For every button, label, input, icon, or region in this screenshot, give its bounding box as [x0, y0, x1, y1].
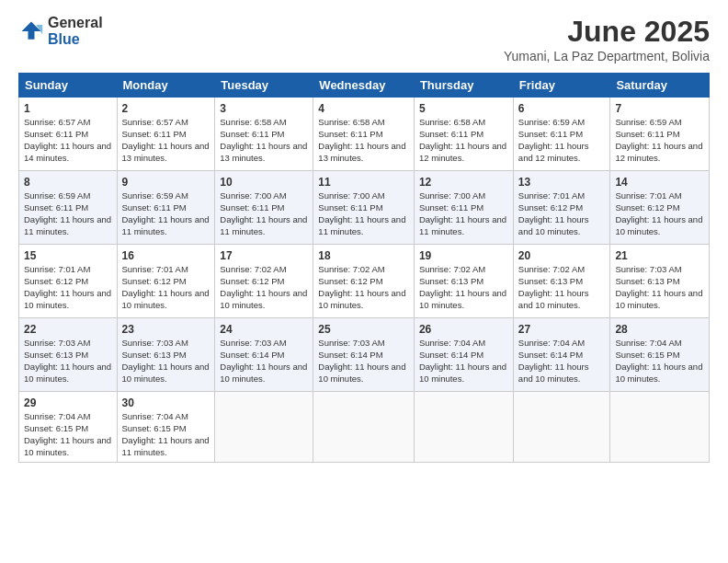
day-number: 17: [220, 248, 308, 263]
sunrise: Sunrise: 6:57 AM: [122, 117, 188, 127]
col-monday: Monday: [117, 74, 215, 98]
day-number: 29: [24, 396, 112, 410]
sunset: Sunset: 6:12 PM: [518, 202, 583, 213]
daylight: Daylight: 11 hours and 14 minutes.: [24, 141, 111, 163]
day-number: 19: [419, 248, 508, 263]
sunrise: Sunrise: 7:03 AM: [220, 338, 286, 348]
sunset: Sunset: 6:12 PM: [615, 202, 679, 213]
daylight: Daylight: 11 hours and 10 minutes.: [24, 435, 111, 457]
daylight: Daylight: 11 hours and 10 minutes.: [615, 362, 702, 384]
table-row: 26 Sunrise: 7:04 AM Sunset: 6:14 PM Dayl…: [414, 318, 513, 392]
table-row: 22 Sunrise: 7:03 AM Sunset: 6:13 PM Dayl…: [19, 318, 710, 392]
day-number: 26: [419, 322, 508, 337]
empty-cell: [215, 392, 313, 463]
logo-icon: [18, 18, 44, 44]
sunset: Sunset: 6:11 PM: [615, 129, 679, 139]
daylight: Daylight: 11 hours and 10 minutes.: [419, 288, 506, 310]
cell-29: 29 Sunrise: 7:04 AM Sunset: 6:15 PM Dayl…: [24, 396, 112, 458]
daylight: Daylight: 11 hours and 11 minutes.: [24, 214, 111, 236]
col-thursday: Thursday: [414, 74, 513, 98]
day-number: 25: [318, 322, 409, 337]
table-row: 17 Sunrise: 7:02 AM Sunset: 6:12 PM Dayl…: [215, 245, 313, 318]
cell-30: 30 Sunrise: 7:04 AM Sunset: 6:15 PM Dayl…: [122, 396, 210, 458]
sunrise: Sunrise: 6:59 AM: [518, 117, 585, 127]
sunset: Sunset: 6:11 PM: [318, 202, 382, 213]
cell-23: 23 Sunrise: 7:03 AM Sunset: 6:13 PM Dayl…: [122, 322, 210, 385]
sunrise: Sunrise: 7:02 AM: [318, 264, 384, 274]
daylight: Daylight: 11 hours and 10 minutes.: [518, 214, 589, 236]
day-number: 16: [122, 248, 210, 263]
sunset: Sunset: 6:13 PM: [122, 350, 187, 360]
cell-25: 25 Sunrise: 7:03 AM Sunset: 6:14 PM Dayl…: [318, 322, 409, 385]
cell-7: 7 Sunrise: 6:59 AM Sunset: 6:11 PM Dayli…: [615, 101, 704, 164]
sunrise: Sunrise: 7:04 AM: [615, 338, 681, 348]
daylight: Daylight: 11 hours and 11 minutes.: [419, 214, 506, 236]
day-number: 9: [122, 175, 210, 190]
table-row: 14 Sunrise: 7:01 AM Sunset: 6:12 PM Dayl…: [610, 171, 710, 245]
table-row: 20 Sunrise: 7:02 AM Sunset: 6:13 PM Dayl…: [513, 245, 610, 318]
day-number: 20: [518, 248, 606, 263]
day-number: 5: [419, 101, 508, 116]
sunrise: Sunrise: 7:04 AM: [518, 338, 585, 348]
sunset: Sunset: 6:12 PM: [318, 276, 382, 286]
sunrise: Sunrise: 6:59 AM: [615, 117, 681, 127]
col-sunday: Sunday: [19, 74, 118, 98]
cell-20: 20 Sunrise: 7:02 AM Sunset: 6:13 PM Dayl…: [518, 248, 606, 311]
day-number: 8: [24, 175, 112, 190]
col-saturday: Saturday: [610, 74, 710, 98]
daylight: Daylight: 11 hours and 10 minutes.: [518, 362, 589, 384]
sunrise: Sunrise: 6:59 AM: [122, 190, 188, 201]
table-row: 24 Sunrise: 7:03 AM Sunset: 6:14 PM Dayl…: [215, 318, 313, 392]
col-tuesday: Tuesday: [215, 74, 313, 98]
table-row: 30 Sunrise: 7:04 AM Sunset: 6:15 PM Dayl…: [117, 392, 215, 463]
cell-12: 12 Sunrise: 7:00 AM Sunset: 6:11 PM Dayl…: [419, 175, 508, 237]
table-row: 22 Sunrise: 7:03 AM Sunset: 6:13 PM Dayl…: [19, 318, 118, 392]
sunrise: Sunrise: 7:01 AM: [615, 190, 681, 201]
day-number: 21: [615, 248, 704, 263]
day-number: 28: [615, 322, 704, 337]
cell-3: 3 Sunrise: 6:58 AM Sunset: 6:11 PM Dayli…: [220, 101, 308, 164]
daylight: Daylight: 11 hours and 10 minutes.: [318, 288, 405, 310]
table-row: 18 Sunrise: 7:02 AM Sunset: 6:12 PM Dayl…: [313, 245, 415, 318]
cell-6: 6 Sunrise: 6:59 AM Sunset: 6:11 PM Dayli…: [518, 101, 606, 164]
day-number: 15: [24, 248, 112, 263]
table-row: 7 Sunrise: 6:59 AM Sunset: 6:11 PM Dayli…: [610, 98, 710, 171]
cell-17: 17 Sunrise: 7:02 AM Sunset: 6:12 PM Dayl…: [220, 248, 308, 311]
day-number: 14: [615, 175, 704, 190]
table-row: 29 Sunrise: 7:04 AM Sunset: 6:15 PM Dayl…: [19, 392, 118, 463]
sunrise: Sunrise: 7:04 AM: [419, 338, 485, 348]
sunset: Sunset: 6:12 PM: [24, 276, 88, 286]
sunrise: Sunrise: 6:59 AM: [24, 190, 90, 201]
sunset: Sunset: 6:11 PM: [419, 202, 483, 213]
sunset: Sunset: 6:14 PM: [518, 350, 583, 360]
cell-13: 13 Sunrise: 7:01 AM Sunset: 6:12 PM Dayl…: [518, 175, 606, 237]
day-number: 7: [615, 101, 704, 116]
daylight: Daylight: 11 hours and 12 minutes.: [615, 141, 702, 163]
table-row: 8 Sunrise: 6:59 AM Sunset: 6:11 PM Dayli…: [19, 171, 118, 245]
cell-19: 19 Sunrise: 7:02 AM Sunset: 6:13 PM Dayl…: [419, 248, 508, 311]
table-row: 6 Sunrise: 6:59 AM Sunset: 6:11 PM Dayli…: [513, 98, 610, 171]
sunset: Sunset: 6:12 PM: [122, 276, 187, 286]
sunset: Sunset: 6:13 PM: [615, 276, 679, 286]
sunrise: Sunrise: 7:02 AM: [220, 264, 286, 274]
table-row: 1 Sunrise: 6:57 AM Sunset: 6:11 PM Dayli…: [19, 98, 118, 171]
sunset: Sunset: 6:13 PM: [518, 276, 583, 286]
table-row: 21 Sunrise: 7:03 AM Sunset: 6:13 PM Dayl…: [610, 245, 710, 318]
day-number: 6: [518, 101, 606, 116]
day-number: 10: [220, 175, 308, 190]
table-row: 25 Sunrise: 7:03 AM Sunset: 6:14 PM Dayl…: [313, 318, 415, 392]
cell-1: 1 Sunrise: 6:57 AM Sunset: 6:11 PM Dayli…: [24, 101, 112, 164]
sunrise: Sunrise: 7:03 AM: [615, 264, 681, 274]
table-row: 1 Sunrise: 6:57 AM Sunset: 6:11 PM Dayli…: [19, 98, 710, 171]
daylight: Daylight: 11 hours and 13 minutes.: [122, 141, 210, 163]
table-row: 11 Sunrise: 7:00 AM Sunset: 6:11 PM Dayl…: [313, 171, 415, 245]
sunrise: Sunrise: 7:00 AM: [318, 190, 384, 201]
main-title: June 2025: [504, 15, 710, 49]
cell-16: 16 Sunrise: 7:01 AM Sunset: 6:12 PM Dayl…: [122, 248, 210, 311]
cell-9: 9 Sunrise: 6:59 AM Sunset: 6:11 PM Dayli…: [122, 175, 210, 237]
empty-cell: [414, 392, 513, 463]
daylight: Daylight: 11 hours and 12 minutes.: [518, 141, 589, 163]
logo-text: General Blue: [48, 15, 103, 47]
sunset: Sunset: 6:11 PM: [24, 129, 88, 139]
sunrise: Sunrise: 7:01 AM: [24, 264, 90, 274]
